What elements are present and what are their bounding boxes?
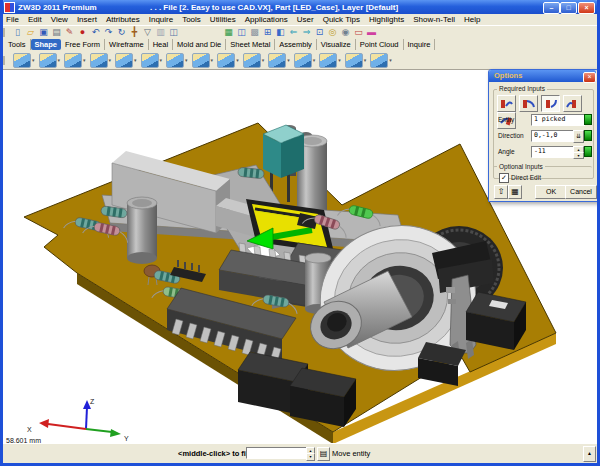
render-shaded-icon[interactable]: ▦ bbox=[222, 27, 235, 38]
bend-option-1-icon[interactable] bbox=[497, 95, 516, 112]
dropdown-icon[interactable]: ▾ bbox=[160, 57, 163, 63]
tab-free-form[interactable]: Free Form bbox=[61, 39, 105, 50]
dropdown-icon[interactable]: ▾ bbox=[58, 57, 61, 63]
tab-visualize[interactable]: Visualize bbox=[317, 39, 356, 50]
view-cube-icon[interactable]: ◧ bbox=[274, 27, 287, 38]
target-point-icon[interactable]: ◉ bbox=[339, 27, 352, 38]
tab-heal[interactable]: Heal bbox=[149, 39, 173, 50]
options-dialog[interactable]: Options × Required Inputs Entity 1 picke… bbox=[488, 69, 599, 202]
shape-tool-11-icon[interactable]: ▾ bbox=[268, 53, 290, 68]
pick-filter-icon[interactable]: ▽ bbox=[141, 27, 154, 38]
toolbar-grip2[interactable] bbox=[3, 56, 8, 65]
tab-inquire[interactable]: Inquire bbox=[404, 39, 436, 50]
menu-tools[interactable]: Tools bbox=[182, 15, 201, 24]
menu-view[interactable]: View bbox=[51, 15, 68, 24]
relay-right[interactable] bbox=[466, 292, 526, 350]
dropdown-icon[interactable]: ▾ bbox=[389, 57, 392, 63]
direction-field[interactable]: 0,-1,0 bbox=[531, 130, 576, 142]
regen-icon[interactable]: ↻ bbox=[115, 27, 128, 38]
shape-tool-3-icon[interactable]: ▾ bbox=[64, 53, 86, 68]
new-file-icon[interactable]: ▯ bbox=[11, 27, 24, 38]
shape-tool-6-icon[interactable]: ▾ bbox=[141, 53, 163, 68]
status-spin-down-icon[interactable]: ▾ bbox=[306, 453, 315, 461]
angle-spin-down-icon[interactable]: ▾ bbox=[573, 152, 584, 159]
dropdown-icon[interactable]: ▾ bbox=[313, 57, 316, 63]
shape-tool-12-icon[interactable]: ▾ bbox=[294, 53, 316, 68]
ruler-red-icon[interactable]: ▭ bbox=[352, 27, 365, 38]
shape-tool-14-icon[interactable]: ▾ bbox=[345, 53, 367, 68]
cancel-button[interactable]: Cancel bbox=[565, 185, 597, 199]
dropdown-icon[interactable]: ▾ bbox=[185, 57, 188, 63]
dropdown-icon[interactable]: ▾ bbox=[83, 57, 86, 63]
rotate-right-icon[interactable]: ⇒ bbox=[300, 27, 313, 38]
menu-help[interactable]: Help bbox=[464, 15, 480, 24]
bend-option-4-icon[interactable] bbox=[563, 95, 582, 112]
toolbar-grip[interactable] bbox=[3, 28, 8, 37]
dropdown-icon[interactable]: ▾ bbox=[287, 57, 290, 63]
zoom-window-icon[interactable]: ⊡ bbox=[313, 27, 326, 38]
rotate-left-icon[interactable]: ⇐ bbox=[287, 27, 300, 38]
bend-option-3-icon[interactable] bbox=[541, 95, 560, 112]
dialog-close-icon[interactable]: × bbox=[583, 72, 596, 83]
menu-quick-tips[interactable]: Quick Tips bbox=[323, 15, 360, 24]
shape-tool-9-icon[interactable]: ▾ bbox=[217, 53, 239, 68]
paintbrush-icon[interactable]: ✎ bbox=[63, 27, 76, 38]
maximize-button[interactable]: □ bbox=[560, 2, 577, 14]
window-layout-icon[interactable]: ⊞ bbox=[261, 27, 274, 38]
undo-icon[interactable]: ↶ bbox=[89, 27, 102, 38]
direction-flip-icon[interactable]: ⇊ bbox=[573, 130, 584, 143]
save-file-icon[interactable]: ▣ bbox=[37, 27, 50, 38]
tab-assembly[interactable]: Assembly bbox=[275, 39, 317, 50]
print-icon[interactable]: ▤ bbox=[50, 27, 63, 38]
close-button[interactable]: × bbox=[578, 2, 595, 14]
menu-insert[interactable]: Insert bbox=[77, 15, 97, 24]
menu-utilities[interactable]: Utilities bbox=[210, 15, 236, 24]
tab-point-cloud[interactable]: Point Cloud bbox=[356, 39, 404, 50]
menu-inquire[interactable]: Inquire bbox=[149, 15, 173, 24]
status-input[interactable] bbox=[246, 447, 308, 459]
shape-tool-4-icon[interactable]: ▾ bbox=[90, 53, 112, 68]
electrolytic-capacitor-left[interactable] bbox=[127, 197, 157, 264]
shape-tool-1-icon[interactable]: ▾ bbox=[13, 53, 35, 68]
tab-sheet-metal[interactable]: Sheet Metal bbox=[226, 39, 275, 50]
menu-edit[interactable]: Edit bbox=[28, 15, 42, 24]
shape-tool-13-icon[interactable]: ▾ bbox=[319, 53, 341, 68]
angle-field[interactable]: -11 bbox=[531, 146, 576, 158]
shape-tool-8-icon[interactable]: ▾ bbox=[192, 53, 214, 68]
shape-tool-10-icon[interactable]: ▾ bbox=[243, 53, 265, 68]
dropdown-icon[interactable]: ▾ bbox=[211, 57, 214, 63]
tab-shape[interactable]: Shape bbox=[31, 39, 62, 50]
menu-user[interactable]: User bbox=[297, 15, 314, 24]
menu-highlights[interactable]: Highlights bbox=[369, 15, 404, 24]
shape-tool-5-icon[interactable]: ▾ bbox=[115, 53, 137, 68]
dropdown-icon[interactable]: ▾ bbox=[32, 57, 35, 63]
menu-attributes[interactable]: Attributes bbox=[106, 15, 140, 24]
minimize-button[interactable]: – bbox=[543, 2, 560, 14]
red-sphere-icon[interactable]: ● bbox=[76, 27, 89, 38]
shape-tool-7-icon[interactable]: ▾ bbox=[166, 53, 188, 68]
direct-edit-checkbox[interactable]: ✓ bbox=[499, 173, 509, 183]
menu-show-n-tell[interactable]: Show-n-Tell bbox=[413, 15, 455, 24]
datum-axis-icon[interactable]: ╋ bbox=[128, 27, 141, 38]
tab-mold-and-die[interactable]: Mold and Die bbox=[173, 39, 226, 50]
ok-button[interactable]: OK bbox=[535, 185, 567, 199]
dropdown-icon[interactable]: ▾ bbox=[262, 57, 265, 63]
dropdown-icon[interactable]: ▾ bbox=[109, 57, 112, 63]
title-bar[interactable]: ZW3D 2011 Premium . . . File [2. Easy to… bbox=[0, 0, 600, 14]
shade-sphere-icon[interactable]: ◎ bbox=[326, 27, 339, 38]
menu-file[interactable]: File bbox=[6, 15, 19, 24]
menu-applications[interactable]: Applications bbox=[245, 15, 288, 24]
dropdown-icon[interactable]: ▾ bbox=[134, 57, 137, 63]
render-wireframe-icon[interactable]: ◫ bbox=[235, 27, 248, 38]
status-scroll-up-icon[interactable]: ▲ bbox=[583, 446, 596, 462]
open-folder-icon[interactable]: ▱ bbox=[24, 27, 37, 38]
options-dialog-title[interactable]: Options bbox=[489, 70, 596, 82]
shape-tool-2-icon[interactable]: ▾ bbox=[39, 53, 61, 68]
view-manager-icon[interactable]: ◫ bbox=[167, 27, 180, 38]
keyboard-entry-icon[interactable]: ▦ bbox=[508, 185, 522, 199]
bend-option-2-icon[interactable] bbox=[519, 95, 538, 112]
dropdown-icon[interactable]: ▾ bbox=[338, 57, 341, 63]
tab-tools[interactable]: Tools bbox=[4, 39, 31, 50]
marker-pink-icon[interactable]: ▬ bbox=[365, 27, 378, 38]
redo-icon[interactable]: ↷ bbox=[102, 27, 115, 38]
